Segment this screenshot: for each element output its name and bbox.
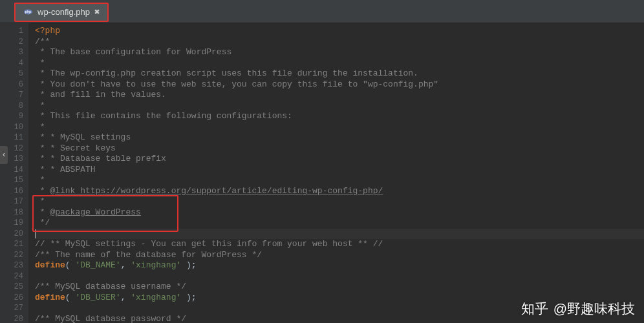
line-number: 19 [0, 218, 23, 229]
close-icon[interactable]: ✖ [94, 6, 100, 17]
line-gutter: 1234567891011121314151617181920212223242… [0, 23, 28, 323]
code-line[interactable]: * The base configuration for WordPress [35, 47, 644, 58]
code-line[interactable]: * * ABSPATH [35, 165, 644, 176]
line-number: 10 [0, 122, 23, 133]
code-line[interactable]: * * MySQL settings [35, 132, 644, 143]
code-line[interactable]: * The wp-config.php creation script uses… [35, 68, 644, 79]
line-number: 16 [0, 186, 23, 197]
line-number: 25 [0, 282, 23, 293]
line-number: 21 [0, 239, 23, 250]
line-number: 26 [0, 293, 23, 304]
line-number: 4 [0, 58, 23, 69]
php-file-icon: php [23, 7, 33, 17]
line-number: 28 [0, 314, 23, 324]
tab-wp-config[interactable]: php wp-config.php ✖ [14, 3, 109, 22]
code-line[interactable]: /** [35, 37, 644, 48]
code-line[interactable]: */ [35, 218, 644, 229]
code-line[interactable]: /** The name of the database for WordPre… [35, 250, 644, 261]
code-line[interactable]: * * Secret keys [35, 143, 644, 154]
line-number: 9 [0, 111, 23, 122]
line-number: 15 [0, 175, 23, 186]
code-line[interactable]: <?php [35, 26, 644, 37]
line-number: 6 [0, 79, 23, 90]
line-number: 3 [0, 47, 23, 58]
code-line[interactable]: * [35, 122, 644, 133]
code-line[interactable]: * [35, 58, 644, 69]
line-number: 23 [0, 260, 23, 271]
line-number: 24 [0, 271, 23, 282]
watermark: 知乎 @野趣味科技 [521, 300, 635, 318]
code-line[interactable]: * [35, 101, 644, 112]
text-cursor [35, 229, 36, 238]
code-line[interactable]: /** MySQL database username */ [35, 282, 644, 293]
editor: 1234567891011121314151617181920212223242… [0, 23, 644, 323]
line-number: 22 [0, 250, 23, 261]
code-line[interactable]: * [35, 196, 644, 207]
code-line[interactable]: * * Database table prefix [35, 154, 644, 165]
code-line[interactable] [35, 271, 644, 282]
line-number: 1 [0, 26, 23, 37]
sidebar-toggle[interactable]: ‹ [0, 146, 8, 164]
svg-text:php: php [25, 10, 31, 14]
code-line[interactable]: * You don't have to use the web site, yo… [35, 79, 644, 90]
line-number: 8 [0, 101, 23, 112]
code-line[interactable]: * @package WordPress [35, 207, 644, 218]
line-number: 17 [0, 196, 23, 207]
code-line[interactable]: * This file contains the following confi… [35, 111, 644, 122]
code-line[interactable]: define( 'DB_NAME', 'xinghang' ); [35, 260, 644, 271]
code-line[interactable]: * @link https://wordpress.org/support/ar… [35, 186, 644, 197]
tab-bar: php wp-config.php ✖ [0, 0, 644, 23]
code-line[interactable] [35, 229, 644, 240]
chevron-left-icon: ‹ [1, 151, 6, 160]
code-area[interactable]: <?php/** * The base configuration for Wo… [28, 23, 644, 323]
line-number: 5 [0, 68, 23, 79]
line-number: 11 [0, 132, 23, 143]
code-line[interactable]: * [35, 175, 644, 186]
line-number: 18 [0, 207, 23, 218]
line-number: 7 [0, 90, 23, 101]
tab-filename: wp-config.php [38, 7, 90, 17]
line-number: 20 [0, 229, 23, 240]
line-number: 14 [0, 165, 23, 176]
watermark-handle: @野趣味科技 [553, 300, 635, 318]
code-line[interactable]: // ** MySQL settings - You can get this … [35, 239, 644, 250]
line-number: 27 [0, 303, 23, 314]
line-number: 2 [0, 37, 23, 48]
code-line[interactable]: * and fill in the values. [35, 90, 644, 101]
watermark-brand: 知乎 [521, 300, 548, 318]
